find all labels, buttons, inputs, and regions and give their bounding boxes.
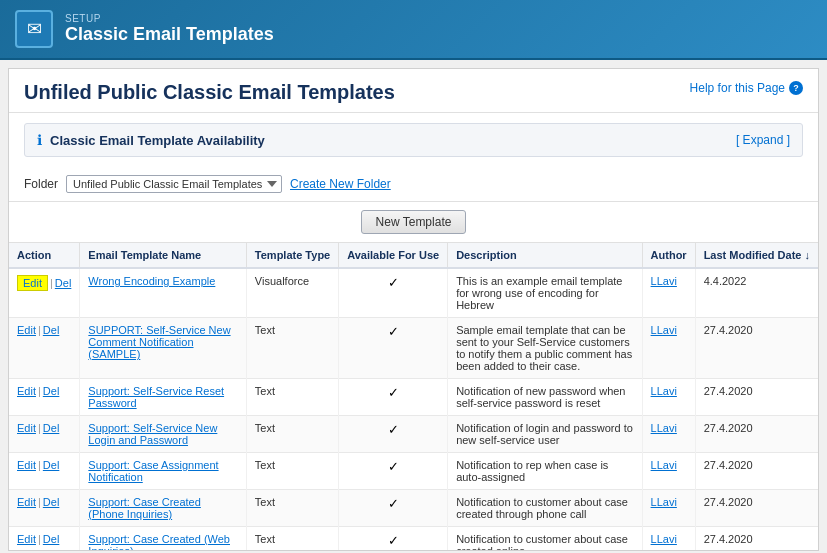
template-name-link[interactable]: Support: Case Created (Phone Inquiries): [88, 496, 201, 520]
checkmark-icon: ✓: [388, 533, 399, 548]
edit-button[interactable]: Edit: [17, 385, 36, 397]
template-type-cell: Visualforce: [246, 268, 338, 318]
description-cell: Notification to rep when case is auto-as…: [448, 453, 642, 490]
author-cell: LLavi: [642, 318, 695, 379]
template-name-cell: SUPPORT: Self-Service New Comment Notifi…: [80, 318, 246, 379]
template-name-link[interactable]: Support: Case Assignment Notification: [88, 459, 218, 483]
template-name-cell: Support: Self-Service Reset Password: [80, 379, 246, 416]
table-row: Edit | DelSupport: Case Assignment Notif…: [9, 453, 818, 490]
template-name-link[interactable]: Support: Self-Service Reset Password: [88, 385, 224, 409]
author-cell: LLavi: [642, 490, 695, 527]
action-separator: |: [38, 422, 41, 434]
description-cell: Notification to customer about case crea…: [448, 490, 642, 527]
setup-label: SETUP: [65, 13, 274, 24]
template-name-link[interactable]: SUPPORT: Self-Service New Comment Notifi…: [88, 324, 230, 360]
author-cell: LLavi: [642, 379, 695, 416]
del-button[interactable]: Del: [43, 324, 60, 336]
checkmark-icon: ✓: [388, 385, 399, 400]
edit-button[interactable]: Edit: [17, 459, 36, 471]
action-separator: |: [38, 385, 41, 397]
col-type: Template Type: [246, 243, 338, 268]
del-button[interactable]: Del: [43, 422, 60, 434]
author-link[interactable]: LLavi: [651, 459, 677, 471]
template-name-cell: Support: Case Assignment Notification: [80, 453, 246, 490]
description-cell: Notification of new password when self-s…: [448, 379, 642, 416]
edit-button[interactable]: Edit: [17, 275, 48, 291]
help-link-text: Help for this Page: [690, 81, 785, 95]
col-modified: Last Modified Date ↓: [695, 243, 818, 268]
modified-date-cell: 27.4.2020: [695, 527, 818, 552]
action-separator: |: [38, 533, 41, 545]
template-name-cell: Wrong Encoding Example: [80, 268, 246, 318]
page-title: Unfiled Public Classic Email Templates: [24, 81, 395, 104]
author-link[interactable]: LLavi: [651, 496, 677, 508]
col-name: Email Template Name: [80, 243, 246, 268]
info-icon: ℹ: [37, 132, 42, 148]
folder-label: Folder: [24, 177, 58, 191]
info-bar-left: ℹ Classic Email Template Availability: [37, 132, 265, 148]
del-button[interactable]: Del: [43, 496, 60, 508]
available-cell: ✓: [339, 416, 448, 453]
description-cell: Notification to customer about case crea…: [448, 527, 642, 552]
checkmark-icon: ✓: [388, 324, 399, 339]
author-link[interactable]: LLavi: [651, 275, 677, 287]
header-text-group: SETUP Classic Email Templates: [65, 13, 274, 45]
table-header-row: Action Email Template Name Template Type…: [9, 243, 818, 268]
action-cell: Edit | Del: [9, 318, 80, 379]
template-name-link[interactable]: Support: Case Created (Web Inquiries): [88, 533, 230, 551]
action-cell: Edit | Del: [9, 379, 80, 416]
edit-button[interactable]: Edit: [17, 422, 36, 434]
available-cell: ✓: [339, 527, 448, 552]
table-row: Edit | DelSupport: Self-Service Reset Pa…: [9, 379, 818, 416]
table-row: Edit | DelSupport: Self-Service New Logi…: [9, 416, 818, 453]
del-button[interactable]: Del: [43, 459, 60, 471]
author-cell: LLavi: [642, 268, 695, 318]
checkmark-icon: ✓: [388, 422, 399, 437]
del-button[interactable]: Del: [43, 385, 60, 397]
author-link[interactable]: LLavi: [651, 385, 677, 397]
modified-date-cell: 27.4.2020: [695, 318, 818, 379]
del-button[interactable]: Del: [55, 277, 72, 289]
action-cell: Edit | Del: [9, 453, 80, 490]
description-cell: Sample email template that can be sent t…: [448, 318, 642, 379]
author-link[interactable]: LLavi: [651, 324, 677, 336]
action-separator: |: [38, 324, 41, 336]
action-separator: |: [50, 277, 53, 289]
col-action: Action: [9, 243, 80, 268]
del-button[interactable]: Del: [43, 533, 60, 545]
template-name-cell: Support: Self-Service New Login and Pass…: [80, 416, 246, 453]
action-separator: |: [38, 496, 41, 508]
modified-date-cell: 27.4.2020: [695, 490, 818, 527]
action-cell: Edit | Del: [9, 527, 80, 552]
help-icon: ?: [789, 81, 803, 95]
help-link[interactable]: Help for this Page ?: [690, 81, 803, 95]
edit-button[interactable]: Edit: [17, 533, 36, 545]
edit-button[interactable]: Edit: [17, 496, 36, 508]
edit-button[interactable]: Edit: [17, 324, 36, 336]
table-row: Edit | DelSupport: Case Created (Web Inq…: [9, 527, 818, 552]
template-type-cell: Text: [246, 416, 338, 453]
folder-select[interactable]: Unfiled Public Classic Email Templates: [66, 175, 282, 193]
template-name-link[interactable]: Support: Self-Service New Login and Pass…: [88, 422, 217, 446]
description-cell: This is an example email template for wr…: [448, 268, 642, 318]
create-folder-link[interactable]: Create New Folder: [290, 177, 391, 191]
header-title: Classic Email Templates: [65, 24, 274, 45]
new-template-button[interactable]: New Template: [361, 210, 467, 234]
table-row: Edit | DelSupport: Case Created (Phone I…: [9, 490, 818, 527]
author-link[interactable]: LLavi: [651, 422, 677, 434]
checkmark-icon: ✓: [388, 496, 399, 511]
template-name-link[interactable]: Wrong Encoding Example: [88, 275, 215, 287]
button-bar: New Template: [9, 202, 818, 243]
col-description: Description: [448, 243, 642, 268]
template-type-cell: Text: [246, 453, 338, 490]
available-cell: ✓: [339, 453, 448, 490]
folder-bar: Folder Unfiled Public Classic Email Temp…: [9, 167, 818, 202]
main-content: Unfiled Public Classic Email Templates H…: [8, 68, 819, 551]
info-title: Classic Email Template Availability: [50, 133, 265, 148]
action-separator: |: [38, 459, 41, 471]
available-cell: ✓: [339, 490, 448, 527]
author-link[interactable]: LLavi: [651, 533, 677, 545]
available-cell: ✓: [339, 318, 448, 379]
action-cell: Edit | Del: [9, 268, 80, 318]
expand-link[interactable]: [ Expand ]: [736, 133, 790, 147]
